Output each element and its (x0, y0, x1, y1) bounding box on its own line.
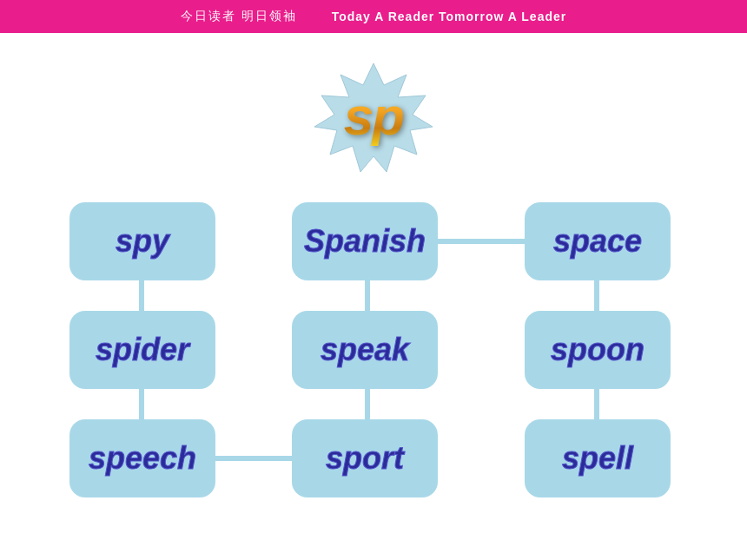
word-spider: spider (96, 332, 189, 368)
connector-speak-sport (365, 389, 370, 419)
connector-space-spoon (594, 280, 599, 311)
word-sport: sport (326, 440, 404, 477)
word-spanish: Spanish (304, 223, 426, 260)
card-sport[interactable]: sport (292, 419, 438, 497)
connector-spy-spider (139, 280, 144, 311)
connector-spoon-spell (594, 389, 599, 419)
word-space: space (553, 223, 642, 260)
word-speech: speech (89, 440, 196, 477)
card-spanish[interactable]: Spanish (292, 202, 438, 280)
card-spider[interactable]: spider (69, 311, 215, 389)
word-spy: spy (116, 223, 169, 260)
card-spoon[interactable]: spoon (525, 311, 671, 389)
header-english: Today A Reader Tomorrow A Leader (332, 10, 567, 23)
word-spell: spell (562, 440, 633, 477)
word-speak: speak (321, 332, 409, 368)
connector-speech-sport (215, 456, 292, 461)
main-content: sp spy spider speech Spanish speak sport… (0, 33, 747, 560)
connector-spider-speech (139, 389, 144, 419)
sp-label: sp (344, 85, 403, 147)
word-spoon: spoon (551, 332, 645, 368)
card-spell[interactable]: spell (525, 419, 671, 497)
card-speak[interactable]: speak (292, 311, 438, 389)
card-space[interactable]: space (525, 202, 671, 280)
header-bar: 今日读者 明日领袖 Today A Reader Tomorrow A Lead… (0, 0, 747, 33)
header-chinese: 今日读者 明日领袖 (181, 9, 297, 24)
card-speech[interactable]: speech (69, 419, 215, 497)
connector-spanish-speak (365, 280, 370, 311)
card-spy[interactable]: spy (69, 202, 215, 280)
connector-spanish-space (438, 239, 525, 244)
